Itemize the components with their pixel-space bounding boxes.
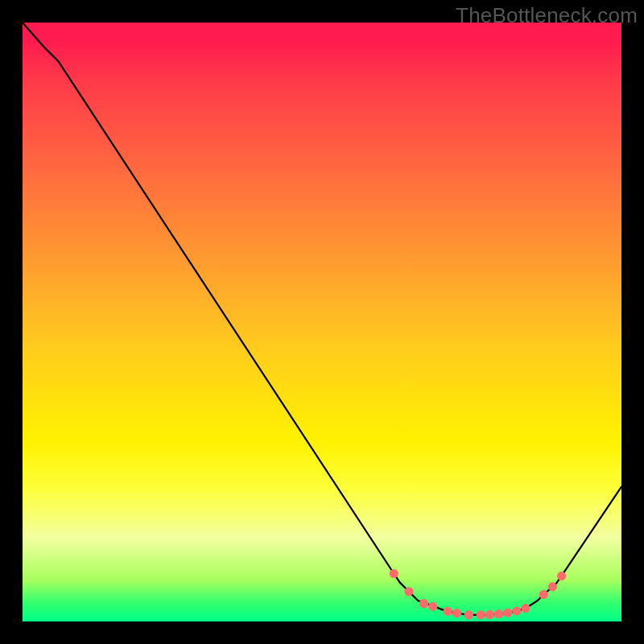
marker-dot [503, 609, 512, 617]
marker-dot [404, 587, 413, 596]
markers-group [390, 569, 566, 620]
marker-dot [494, 609, 503, 618]
marker-dot [521, 604, 530, 613]
marker-dot [419, 599, 428, 608]
marker-dot [557, 572, 566, 580]
marker-dot [539, 590, 548, 599]
chart-frame: TheBottleneck.com [0, 0, 644, 644]
marker-dot [444, 607, 452, 616]
marker-dot [477, 610, 485, 619]
attribution-label: TheBottleneck.com [456, 3, 638, 28]
chart-svg [23, 23, 621, 621]
marker-dot [548, 582, 557, 591]
plot-area [23, 23, 621, 621]
marker-dot [464, 610, 473, 619]
marker-dot [512, 606, 521, 615]
marker-dot [452, 609, 461, 617]
marker-dot [390, 569, 398, 578]
marker-dot [428, 602, 437, 611]
curve-line [23, 23, 621, 615]
marker-dot [485, 610, 494, 619]
